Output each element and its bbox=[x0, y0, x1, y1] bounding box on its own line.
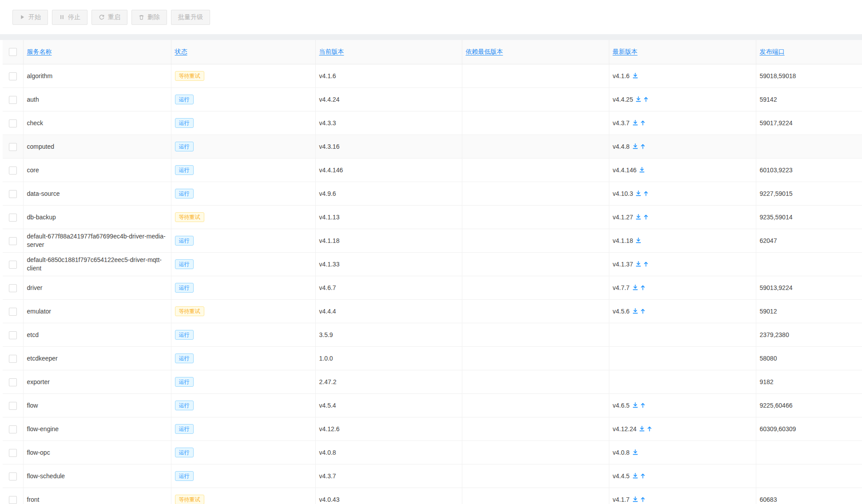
current-version: v4.1.13 bbox=[315, 206, 462, 229]
row-checkbox[interactable] bbox=[9, 355, 17, 363]
service-name: flow-engine bbox=[23, 417, 171, 441]
row-checkbox[interactable] bbox=[9, 496, 17, 504]
version-actions bbox=[632, 308, 646, 314]
table-row: etcdkeeper 运行 1.0.0 58080 bbox=[3, 347, 862, 370]
service-name: front bbox=[23, 488, 171, 504]
download-icon[interactable] bbox=[632, 308, 639, 314]
page-background-gap bbox=[0, 34, 862, 40]
download-icon[interactable] bbox=[632, 72, 639, 79]
download-icon[interactable] bbox=[635, 237, 642, 244]
row-checkbox[interactable] bbox=[9, 190, 17, 198]
delete-button[interactable]: 删除 bbox=[131, 10, 167, 25]
dep-min-version bbox=[462, 182, 609, 206]
status-badge: 运行 bbox=[175, 424, 194, 434]
row-checkbox[interactable] bbox=[9, 261, 17, 269]
row-checkbox[interactable] bbox=[9, 237, 17, 245]
row-checkbox[interactable] bbox=[9, 402, 17, 410]
column-header-service-name[interactable]: 服务名称 bbox=[23, 40, 171, 64]
download-icon[interactable] bbox=[635, 96, 642, 103]
download-icon[interactable] bbox=[639, 167, 645, 173]
row-checkbox[interactable] bbox=[9, 308, 17, 316]
published-ports bbox=[756, 253, 862, 276]
download-icon[interactable] bbox=[632, 284, 639, 291]
download-icon[interactable] bbox=[632, 449, 639, 456]
service-name: db-backup bbox=[23, 206, 171, 229]
row-checkbox[interactable] bbox=[9, 143, 17, 151]
download-icon[interactable] bbox=[635, 190, 642, 197]
current-version: v4.0.8 bbox=[315, 441, 462, 464]
row-checkbox[interactable] bbox=[9, 472, 17, 480]
stop-button[interactable]: 停止 bbox=[52, 10, 87, 25]
latest-version: v4.4.25 bbox=[613, 95, 633, 104]
upgrade-icon[interactable] bbox=[640, 308, 646, 314]
version-actions bbox=[632, 496, 646, 503]
published-ports: 9182 bbox=[756, 370, 862, 394]
column-header-latest-version[interactable]: 最新版本 bbox=[609, 40, 756, 64]
delete-button-label: 删除 bbox=[147, 13, 160, 21]
current-version: v4.0.43 bbox=[315, 488, 462, 504]
current-version: v4.3.16 bbox=[315, 135, 462, 159]
download-icon[interactable] bbox=[632, 472, 639, 479]
status-badge: 运行 bbox=[175, 401, 194, 410]
select-all-checkbox[interactable] bbox=[9, 48, 17, 56]
dep-min-version bbox=[462, 417, 609, 441]
latest-version: v4.1.18 bbox=[613, 237, 633, 245]
upgrade-icon[interactable] bbox=[643, 261, 649, 267]
upgrade-icon[interactable] bbox=[640, 284, 646, 291]
table-row: check 运行 v4.3.3 v4.3.7 59017,9224 bbox=[3, 111, 862, 135]
upgrade-icon[interactable] bbox=[643, 214, 649, 220]
service-table: 服务名称 状态 当前版本 依赖最低版本 最新版本 发布端口 algorithm … bbox=[3, 40, 862, 504]
status-badge: 等待重试 bbox=[175, 212, 204, 222]
status-badge: 运行 bbox=[175, 165, 194, 175]
table-row: auth 运行 v4.4.24 v4.4.25 59142 bbox=[3, 88, 862, 111]
row-checkbox[interactable] bbox=[9, 96, 17, 104]
download-icon[interactable] bbox=[632, 496, 639, 503]
pause-icon bbox=[59, 14, 65, 20]
start-button[interactable]: 开始 bbox=[12, 10, 48, 25]
latest-version: v4.3.7 bbox=[613, 119, 630, 127]
table-row: core 运行 v4.4.146 v4.4.146 60103,9223 bbox=[3, 159, 862, 182]
download-icon[interactable] bbox=[635, 261, 642, 267]
upgrade-icon[interactable] bbox=[640, 496, 646, 503]
upgrade-icon[interactable] bbox=[643, 96, 649, 103]
service-name: etcdkeeper bbox=[23, 347, 171, 370]
upgrade-icon[interactable] bbox=[640, 402, 646, 409]
column-header-current-version[interactable]: 当前版本 bbox=[315, 40, 462, 64]
dep-min-version bbox=[462, 159, 609, 182]
row-checkbox[interactable] bbox=[9, 331, 17, 339]
published-ports bbox=[756, 441, 862, 464]
row-checkbox[interactable] bbox=[9, 119, 17, 127]
restart-button[interactable]: 重启 bbox=[91, 10, 127, 25]
upgrade-icon[interactable] bbox=[640, 119, 646, 126]
table-row: driver 运行 v4.6.7 v4.7.7 59013,9224 bbox=[3, 276, 862, 300]
upgrade-icon[interactable] bbox=[640, 472, 646, 479]
current-version: v4.9.6 bbox=[315, 182, 462, 206]
row-checkbox[interactable] bbox=[9, 167, 17, 175]
dep-min-version bbox=[462, 300, 609, 323]
current-version: v4.6.7 bbox=[315, 276, 462, 300]
download-icon[interactable] bbox=[632, 119, 639, 126]
upgrade-icon[interactable] bbox=[643, 190, 649, 197]
dep-min-version bbox=[462, 111, 609, 135]
download-icon[interactable] bbox=[635, 214, 642, 220]
download-icon[interactable] bbox=[632, 143, 639, 150]
batch-upgrade-button[interactable]: 批量升级 bbox=[171, 10, 210, 25]
upgrade-icon[interactable] bbox=[640, 143, 646, 150]
latest-version: v4.7.7 bbox=[613, 284, 630, 292]
download-icon[interactable] bbox=[632, 402, 639, 409]
current-version: v4.1.33 bbox=[315, 253, 462, 276]
row-checkbox[interactable] bbox=[9, 425, 17, 433]
upgrade-icon[interactable] bbox=[646, 425, 653, 432]
column-header-dep-min-version[interactable]: 依赖最低版本 bbox=[462, 40, 609, 64]
row-checkbox[interactable] bbox=[9, 284, 17, 292]
current-version: 3.5.9 bbox=[315, 323, 462, 347]
row-checkbox[interactable] bbox=[9, 214, 17, 222]
row-checkbox[interactable] bbox=[9, 378, 17, 386]
row-checkbox[interactable] bbox=[9, 72, 17, 80]
version-actions bbox=[639, 425, 653, 432]
row-checkbox[interactable] bbox=[9, 449, 17, 457]
column-header-published-ports[interactable]: 发布端口 bbox=[756, 40, 862, 64]
table-header-row: 服务名称 状态 当前版本 依赖最低版本 最新版本 发布端口 bbox=[3, 40, 862, 64]
download-icon[interactable] bbox=[639, 425, 645, 432]
column-header-status[interactable]: 状态 bbox=[171, 40, 315, 64]
